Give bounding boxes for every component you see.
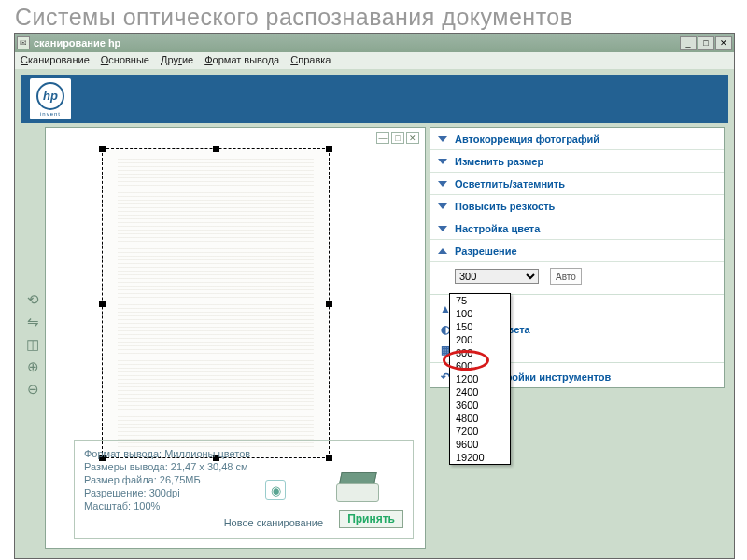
minimize-button[interactable]: _ bbox=[680, 36, 697, 50]
preview-pane: — □ ✕ Формат вывода: Миллионы цвето bbox=[45, 127, 426, 549]
menu-scan[interactable]: ССканированиеканирование bbox=[21, 54, 90, 67]
dropdown-option[interactable]: 19200 bbox=[450, 451, 510, 464]
chevron-up-icon bbox=[438, 248, 447, 254]
new-scan-link[interactable]: Новое сканирование bbox=[224, 517, 323, 528]
window-controls: _ □ ✕ bbox=[680, 36, 732, 50]
resolution-select[interactable]: 300 bbox=[455, 269, 539, 284]
zoom-in-icon[interactable]: ⊕ bbox=[24, 358, 41, 375]
dropdown-option[interactable]: 150 bbox=[450, 320, 510, 333]
window-title: сканирование hp bbox=[34, 37, 680, 49]
acc-resolution-body: 300 Авто bbox=[430, 262, 724, 292]
menu-main[interactable]: Основные bbox=[101, 54, 149, 67]
panes: ⟲ ⇋ ◫ ⊕ ⊖ — □ ✕ bbox=[21, 123, 728, 553]
app-icon: ✉ bbox=[17, 36, 30, 49]
acc-label: Изменить размер bbox=[455, 156, 543, 167]
close-button[interactable]: ✕ bbox=[715, 36, 732, 50]
dropdown-option[interactable]: 75 bbox=[450, 294, 510, 307]
chevron-down-icon bbox=[438, 159, 447, 164]
dropdown-option[interactable]: 7200 bbox=[450, 425, 510, 438]
pane-close-icon[interactable]: ✕ bbox=[406, 132, 419, 144]
pane-controls: — □ ✕ bbox=[376, 132, 419, 144]
acc-label: Повысить резкость bbox=[455, 201, 555, 212]
app-window: ✉ сканирование hp _ □ ✕ ССканированиекан… bbox=[14, 33, 735, 559]
titlebar: ✉ сканирование hp _ □ ✕ bbox=[15, 34, 734, 52]
acc-photo-autocorrect[interactable]: Автокоррекция фотографий bbox=[430, 128, 724, 150]
crop-handle[interactable] bbox=[99, 146, 106, 152]
menubar: ССканированиеканирование Основные Другие… bbox=[15, 52, 734, 69]
preview-eye-icon[interactable]: ◉ bbox=[265, 480, 286, 500]
crop-icon[interactable]: ◫ bbox=[24, 336, 41, 353]
acc-sharpen[interactable]: Повысить резкость bbox=[430, 195, 724, 217]
acc-label: Настройка цвета bbox=[455, 223, 540, 234]
accept-button[interactable]: Принять bbox=[339, 510, 403, 528]
dropdown-option[interactable]: 4800 bbox=[450, 412, 510, 425]
crop-handle[interactable] bbox=[99, 301, 106, 307]
maximize-button[interactable]: □ bbox=[698, 36, 714, 50]
info-dims: Размеры вывода: 21,47 x 30,48 см bbox=[84, 461, 403, 472]
crop-handle[interactable] bbox=[213, 146, 219, 152]
chevron-down-icon bbox=[438, 136, 447, 142]
dropdown-option[interactable]: 2400 bbox=[450, 385, 510, 399]
mirror-icon[interactable]: ⇋ bbox=[24, 314, 41, 330]
pane-maximize-icon[interactable]: □ bbox=[391, 132, 404, 144]
dropdown-option[interactable]: 200 bbox=[450, 333, 510, 346]
acc-label: Разрешение bbox=[455, 245, 517, 257]
info-format: Формат вывода: Миллионы цветов bbox=[84, 448, 403, 459]
menu-other[interactable]: Другие bbox=[161, 54, 193, 67]
rotate-icon[interactable]: ⟲ bbox=[24, 291, 41, 308]
dropdown-option[interactable]: 100 bbox=[450, 307, 510, 320]
info-box: Формат вывода: Миллионы цветов Размеры в… bbox=[74, 440, 414, 539]
scanner-icon bbox=[336, 472, 379, 502]
acc-label: Осветлить/затемнить bbox=[455, 178, 565, 189]
dropdown-option[interactable]: 600 bbox=[450, 359, 510, 372]
chevron-down-icon bbox=[438, 181, 447, 187]
acc-label: Автокоррекция фотографий bbox=[455, 133, 599, 145]
chevron-down-icon bbox=[438, 203, 447, 209]
brand-band: invent bbox=[21, 75, 728, 123]
sidebar-tools: ⟲ ⇋ ◫ ⊕ ⊖ bbox=[21, 123, 45, 553]
scan-preview[interactable] bbox=[102, 148, 330, 458]
page-heading: Системы оптического распознавания докуме… bbox=[0, 0, 747, 31]
client-area: invent ⟲ ⇋ ◫ ⊕ ⊖ — □ ✕ bbox=[15, 69, 734, 558]
dropdown-option[interactable]: 300 bbox=[450, 346, 510, 359]
auto-button[interactable]: Авто bbox=[550, 268, 582, 285]
dropdown-option[interactable]: 9600 bbox=[450, 438, 510, 451]
acc-color[interactable]: Настройка цвета bbox=[430, 217, 724, 240]
dropdown-option[interactable]: 3600 bbox=[450, 399, 510, 412]
acc-resize[interactable]: Изменить размер bbox=[430, 150, 724, 173]
crop-handle[interactable] bbox=[326, 301, 332, 307]
preview-page bbox=[102, 148, 330, 458]
menu-format[interactable]: Формат вывода bbox=[204, 54, 279, 67]
hp-logo-sub: invent bbox=[40, 111, 61, 117]
hp-logo: invent bbox=[30, 78, 71, 119]
chevron-down-icon bbox=[438, 226, 447, 231]
crop-handle[interactable] bbox=[326, 146, 332, 152]
hp-logo-icon bbox=[36, 82, 64, 110]
pane-minimize-icon[interactable]: — bbox=[376, 132, 389, 144]
acc-resolution[interactable]: Разрешение bbox=[430, 240, 724, 262]
resolution-dropdown[interactable]: 7510015020030060012002400360048007200960… bbox=[449, 293, 511, 465]
menu-help[interactable]: Справка bbox=[290, 54, 331, 67]
dropdown-option[interactable]: 1200 bbox=[450, 372, 510, 385]
acc-lighten[interactable]: Осветлить/затемнить bbox=[430, 173, 724, 195]
zoom-out-icon[interactable]: ⊖ bbox=[24, 381, 41, 398]
